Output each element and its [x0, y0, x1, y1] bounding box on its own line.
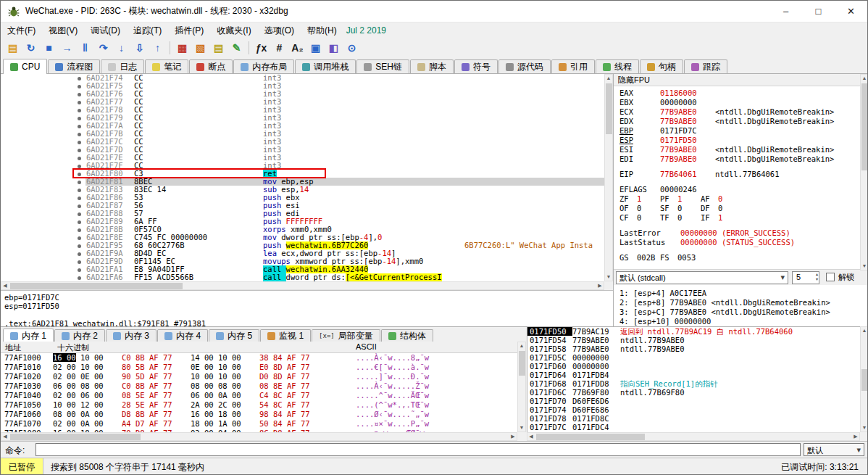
scroll-down-icon[interactable]: ▼	[605, 273, 612, 281]
close-button[interactable]: ✕	[835, 1, 867, 22]
disasm-row[interactable]: 6AD21F8857push edi	[1, 210, 604, 218]
menu-file[interactable]: 文件(F)	[1, 22, 42, 38]
stepper-down-icon[interactable]: ▾	[816, 277, 818, 282]
tab-trace[interactable]: 跟踪	[684, 59, 727, 73]
register-row[interactable]: EBX00000000	[619, 98, 868, 107]
step-into-button[interactable]: ↓	[112, 40, 130, 56]
register-row[interactable]: LastStatus00000000 (STATUS_SUCCESS)	[619, 238, 868, 247]
disasm-row[interactable]: 6AD21F7CCCint3	[1, 138, 604, 146]
tab-breakpoints[interactable]: 断点	[189, 59, 233, 73]
run-button[interactable]: →	[58, 40, 76, 56]
log-window-button[interactable]: ▤	[209, 40, 228, 56]
scroll-up-icon[interactable]: ▲	[518, 342, 525, 350]
menu-help[interactable]: 帮助(H)	[301, 22, 343, 38]
command-input[interactable]	[36, 443, 801, 456]
scroll-down-icon[interactable]: ▼	[861, 263, 868, 270]
disasm-row[interactable]: 6AD21F9568 60C2776Bpush wechatwin.6B77C2…	[1, 241, 604, 249]
favourites-button[interactable]: ƒx	[252, 40, 270, 56]
stack-row[interactable]: 0171FD74D60FE686	[527, 405, 860, 414]
labels-button[interactable]: A₂	[288, 40, 306, 56]
tab-threads[interactable]: 线程	[596, 59, 639, 73]
register-row[interactable]: ESI77B9ABE0<ntdll.DbgUiRemoteBreakin>	[619, 145, 868, 154]
command-mode-dropdown[interactable]: 默认 ▾	[804, 443, 864, 456]
argument-count-stepper[interactable]: 5 ▴ ▾	[792, 271, 819, 284]
dump-hscrollbar[interactable]: ◀ ▶	[1, 432, 517, 441]
disasm-row[interactable]: 6AD21F9D0F1145 ECmovups xmmword ptr ss:[…	[1, 257, 604, 265]
disasm-row[interactable]: 6AD21F8B0F57C0xorps xmm0,xmm0	[1, 226, 604, 234]
stack-row[interactable]: 0171FD780171FD8C	[527, 414, 860, 423]
menu-options[interactable]: 选项(O)	[258, 22, 301, 38]
hide-fpu-button[interactable]: 隐藏FPU	[614, 74, 868, 86]
disasm-row[interactable]: 6AD21F9A8D4D EClea ecx,dword ptr ss:[ebp…	[1, 249, 604, 257]
scroll-right-icon[interactable]: ▶	[852, 433, 859, 440]
run-to-return-button[interactable]: ↑	[149, 40, 167, 56]
menu-trace[interactable]: 追踪(T)	[127, 22, 168, 38]
dump-vscrollbar[interactable]: ▲ ▼	[517, 342, 526, 432]
scroll-right-icon[interactable]: ▶	[509, 433, 517, 440]
scrollbar-thumb[interactable]	[519, 351, 525, 376]
open-file-button[interactable]: ▤	[4, 40, 22, 56]
register-row[interactable]: EAX01186000	[619, 88, 868, 98]
scroll-up-icon[interactable]: ▲	[861, 327, 868, 334]
tab-struct[interactable]: 结构体	[381, 329, 433, 342]
scroll-left-icon[interactable]: ◀	[527, 433, 535, 440]
dump-row[interactable]: 77AF102002 00 0E 0090 5D AF 7710 00 10 0…	[1, 372, 517, 381]
tab-memory-3[interactable]: 内存 3	[106, 329, 157, 342]
register-row[interactable]: ESP0171FD50	[619, 136, 868, 145]
stop-button[interactable]: ■	[40, 40, 58, 56]
stepper-up-icon[interactable]: ▴	[816, 272, 818, 277]
scrollbar-thumb[interactable]	[10, 434, 141, 440]
tab-locals[interactable]: [x=]局部变量	[312, 329, 380, 342]
disasm-row[interactable]: 6AD21F8756push esi	[1, 202, 604, 210]
menu-debug[interactable]: 调试(D)	[84, 22, 127, 38]
register-row[interactable]: EIP77B64061ntdll.77B64061	[619, 170, 868, 179]
disasm-hscrollbar[interactable]: ◀ ▶	[1, 281, 604, 290]
registers-vscrollbar[interactable]: ▲ ▼	[860, 74, 868, 270]
disasm-row[interactable]: 6AD21F7BCCint3	[1, 130, 604, 138]
disasm-row[interactable]: 6AD21F75CCint3	[1, 82, 604, 90]
register-row[interactable]: EDI77B9ABE0<ntdll.DbgUiRemoteBreakin>	[619, 154, 868, 164]
scrollbar-thumb[interactable]	[606, 83, 612, 134]
disasm-row[interactable]: 6AD21F818BECmov ebp,esp	[1, 178, 604, 186]
tab-memory-5[interactable]: 内存 5	[209, 329, 259, 342]
tab-log[interactable]: 日志	[101, 59, 144, 73]
tab-graph[interactable]: 流程图	[48, 59, 100, 73]
disasm-vscrollbar[interactable]: ▲ ▼	[604, 74, 613, 281]
stack-row[interactable]: 0171FD6000000000	[527, 362, 860, 371]
dump-row[interactable]: 77AF100016 00 10 00C0 8B AF 7714 00 10 0…	[1, 353, 517, 363]
disasm-row[interactable]: 6AD21F7DCCint3	[1, 146, 604, 154]
stack-row[interactable]: 0171FD5C00000000	[527, 353, 860, 362]
stack-row[interactable]: 0171FD6C77B69F80ntdll.77B69F80	[527, 388, 860, 397]
disasm-row[interactable]: 6AD21F7ECCint3	[1, 154, 604, 162]
register-row[interactable]: GS002BFS0053	[619, 253, 868, 263]
stack-row[interactable]: 0171FD7C0171FDC4	[527, 423, 860, 431]
tab-script[interactable]: 脚本	[410, 59, 454, 73]
register-row[interactable]: LastError00000000 (ERROR_SUCCESS)	[619, 228, 868, 238]
dump-row[interactable]: 77AF106008 00 0A 00D8 8B AF 7716 00 18 0…	[1, 410, 517, 419]
disasm-row[interactable]: 6AD21F7ACCint3	[1, 122, 604, 130]
stack-hscrollbar[interactable]: ◀ ▶	[527, 432, 860, 441]
stack-row[interactable]: 0171FD640171FDB4	[527, 371, 860, 379]
calling-convention-select[interactable]: 默认 (stdcall) ▾	[616, 271, 788, 284]
argument-row[interactable]: 3: [esp+C] 77B9ABE0 <ntdll.DbgUiRemoteBr…	[619, 307, 868, 317]
dump-row[interactable]: 77AF107002 00 0A 00A4 D7 AF 7718 00 1A 0…	[1, 419, 517, 429]
argument-row[interactable]: 4: [esp+10] 00000000	[619, 317, 868, 326]
disasm-row[interactable]: 6AD21F8383EC 14sub esp,14	[1, 186, 604, 194]
dump-row[interactable]: 77AF101002 00 10 0080 5B AF 770E 00 10 0…	[1, 363, 517, 372]
disasm-row[interactable]: 6AD21F74CCint3	[1, 74, 604, 82]
tab-memory-4[interactable]: 内存 4	[157, 329, 208, 342]
register-row[interactable]: CF0TF0IF1	[619, 213, 868, 223]
disasm-row[interactable]: 6AD21F80C3ret	[1, 170, 604, 178]
dump-row[interactable]: 77AF104002 00 06 0008 5E AF 7706 00 0A 0…	[1, 391, 517, 400]
minimize-button[interactable]: –	[769, 1, 802, 22]
modules-button[interactable]: ◧	[325, 40, 343, 56]
menu-view[interactable]: 视图(V)	[42, 22, 84, 38]
tab-symbols[interactable]: 符号	[454, 59, 498, 73]
scroll-left-icon[interactable]: ◀	[1, 433, 9, 440]
tab-seh[interactable]: SEH链	[356, 59, 409, 73]
disasm-row[interactable]: 6AD21F76CCint3	[1, 90, 604, 98]
animate-into-button[interactable]: ↷	[94, 40, 112, 56]
tab-handles[interactable]: 句柄	[640, 59, 683, 73]
scrollbar-thumb[interactable]	[536, 434, 645, 440]
trace-coverage-button[interactable]: ▦	[173, 40, 191, 56]
